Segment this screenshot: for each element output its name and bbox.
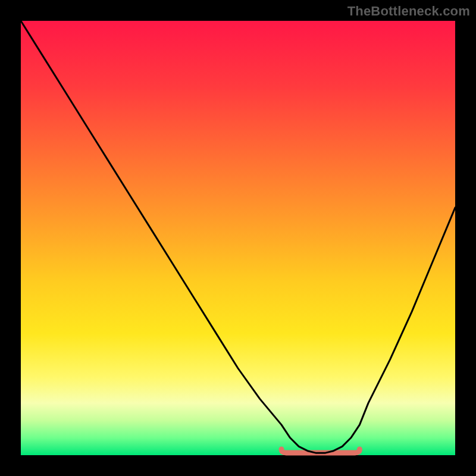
watermark-text: TheBottleneck.com xyxy=(347,4,470,19)
bottleneck-chart xyxy=(0,0,476,476)
plot-area xyxy=(21,21,455,455)
